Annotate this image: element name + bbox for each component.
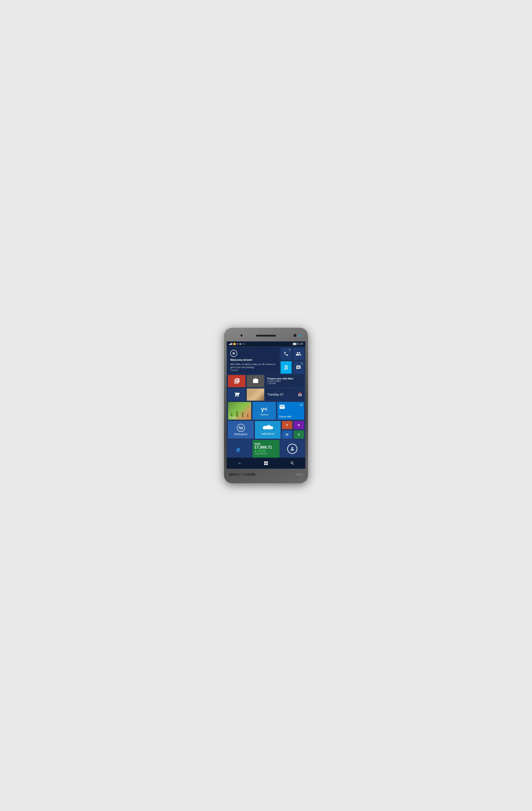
calendar-meeting-tile[interactable]: Project sync with Marc Fourth Coffee 3:3… xyxy=(266,375,304,387)
yammer-label: Yammer xyxy=(260,413,268,416)
person-hub-icon xyxy=(290,446,295,451)
screen: 📶 ✲ ▣ ◎ ☾ 2:30 Welcome E xyxy=(227,341,305,469)
row6-tiles: e DOW 17,068.71 ▲ +0.32% 3:59 PM EDT xyxy=(228,440,304,458)
person-tile[interactable] xyxy=(247,388,264,401)
word-tile[interactable]: W xyxy=(282,430,292,439)
front-camera xyxy=(240,334,242,337)
yammer-icon: y< xyxy=(261,406,268,413)
search-icon xyxy=(290,461,295,465)
cortana-message: With traffic, it's likely to take you 45… xyxy=(230,363,277,369)
clock: 2:30 xyxy=(298,342,303,345)
cortana-mic-icon xyxy=(232,352,235,355)
cortana-row: Welcome Erwin! With traffic, it's likely… xyxy=(228,348,304,374)
meeting-company: Fourth Coffee xyxy=(267,380,302,382)
outlook-tile[interactable]: 10 Outlook Mail xyxy=(277,402,304,420)
hp-workspace-tile[interactable]: hp Workspace xyxy=(228,421,254,439)
status-bar: 📶 ✲ ▣ ◎ ☾ 2:30 xyxy=(227,341,305,346)
stocks-time: 3:59 PM EDT xyxy=(254,453,278,455)
phone-tile[interactable]: 3 xyxy=(281,348,292,360)
store-icon xyxy=(234,392,240,397)
skype-tile[interactable]: S xyxy=(281,361,292,374)
stocks-change: ▲ +0.32% xyxy=(254,449,278,452)
excel-tile[interactable]: X xyxy=(294,430,304,439)
camera-tile[interactable] xyxy=(247,375,264,387)
meeting-title: Project sync with Marc xyxy=(267,377,302,380)
hp-workspace-label: Workspace xyxy=(234,433,248,436)
row2-tiles: Project sync with Marc Fourth Coffee 3:3… xyxy=(228,375,304,387)
date-tile[interactable]: Tuesday 07 📅 xyxy=(266,388,304,401)
onenote-tile[interactable]: N xyxy=(294,421,304,429)
meeting-time: 3:30 PM xyxy=(267,382,302,385)
word-icon: W xyxy=(286,433,288,436)
office-mini-tiles: P N W X xyxy=(282,421,304,439)
back-icon: ← xyxy=(237,460,242,465)
edge-icon: e xyxy=(236,445,243,452)
cortana-label: Cortana xyxy=(230,369,277,371)
battery-icon xyxy=(293,343,297,345)
speaker-grille xyxy=(229,473,255,476)
messages-icon xyxy=(296,365,301,370)
salesforce-label: salesforce xyxy=(261,432,274,435)
cortana-right-tiles: 3 S 5 xyxy=(281,348,304,374)
photos-label: Photos xyxy=(230,416,237,418)
status-left-icons: 📶 ✲ ▣ ◎ ☾ xyxy=(229,343,247,345)
wifi-icon: 📶 xyxy=(233,343,236,345)
outlook-icon xyxy=(279,404,285,410)
powerpoint-icon: P xyxy=(286,424,288,427)
row4-tiles: Photos y< Yammer 10 Outlook Mail xyxy=(228,402,304,420)
salesforce-cloud-icon xyxy=(262,424,274,432)
excel-icon: X xyxy=(298,433,300,436)
powerpoint-tile[interactable]: P xyxy=(282,421,292,429)
hp-logo-icon: hp xyxy=(237,424,245,432)
outlook-badge: 10 xyxy=(300,403,303,407)
row5-tiles: hp Workspace salesforce P xyxy=(228,421,304,439)
outlook-label: Outlook Mail xyxy=(279,415,292,418)
edge-tile[interactable]: e xyxy=(228,440,251,458)
date-text: Tuesday 07 xyxy=(267,393,283,396)
camera-icon xyxy=(252,378,259,384)
news-icon xyxy=(234,378,240,384)
stocks-value: 17,068.71 xyxy=(254,445,278,450)
windows-button[interactable] xyxy=(262,460,270,466)
photos-tile[interactable]: Photos xyxy=(228,402,251,420)
phone-device: 📶 ✲ ▣ ◎ ☾ 2:30 Welcome E xyxy=(224,328,308,483)
location-icon: ◎ xyxy=(242,343,244,345)
bluetooth-icon: ✲ xyxy=(237,343,238,345)
onenote-icon: N xyxy=(298,424,300,427)
bo-brand-label: B&O xyxy=(297,473,303,476)
back-button[interactable]: ← xyxy=(235,460,244,466)
calendar-small-icon: 📅 xyxy=(298,393,302,397)
news-tile[interactable] xyxy=(228,375,246,387)
tiles-area: Welcome Erwin! With traffic, it's likely… xyxy=(227,346,305,458)
signal-strength-icon xyxy=(229,343,232,345)
top-bezel xyxy=(227,332,305,341)
rear-camera xyxy=(293,334,297,337)
yammer-tile[interactable]: y< Yammer xyxy=(252,402,276,420)
phone-badge: 3 xyxy=(289,349,290,351)
nav-bar: ← xyxy=(227,458,305,469)
stocks-index: DOW xyxy=(254,443,278,445)
skype-s-icon: S xyxy=(284,364,288,371)
messages-badge: 5 xyxy=(301,362,303,365)
store-tile[interactable] xyxy=(228,388,246,401)
people-hub-icon xyxy=(287,444,297,454)
messages-tile[interactable]: 5 xyxy=(293,361,304,374)
people-tile[interactable] xyxy=(293,348,304,360)
windows-icon xyxy=(264,461,268,465)
salesforce-tile[interactable]: salesforce xyxy=(255,421,281,439)
people-icon xyxy=(296,351,301,357)
led-indicator xyxy=(299,335,300,337)
cortana-tile[interactable]: Welcome Erwin! With traffic, it's likely… xyxy=(228,348,279,374)
svg-point-1 xyxy=(233,353,234,354)
message-icon: ▣ xyxy=(239,343,241,345)
people-hub-tile[interactable] xyxy=(281,440,304,458)
phone-icon xyxy=(284,351,288,356)
moon-icon: ☾ xyxy=(245,343,247,345)
status-right-icons: 2:30 xyxy=(293,342,303,345)
cortana-circle-icon xyxy=(230,350,237,357)
search-button[interactable] xyxy=(288,460,297,466)
stocks-tile[interactable]: DOW 17,068.71 ▲ +0.32% 3:59 PM EDT xyxy=(252,440,279,458)
cortana-welcome-text: Welcome Erwin! xyxy=(230,358,277,362)
person-photo xyxy=(247,388,264,401)
bottom-bezel: B&O xyxy=(227,471,305,478)
